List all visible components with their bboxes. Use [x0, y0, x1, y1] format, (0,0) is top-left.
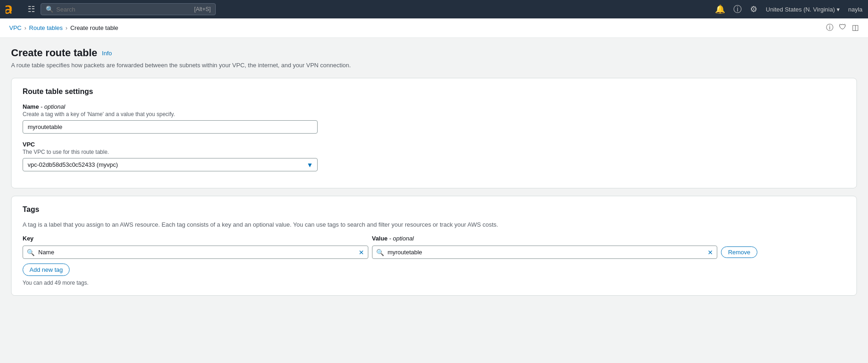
tag-value-wrapper: 🔍 ✕ — [372, 246, 718, 259]
tags-header: Key Value - optional — [23, 234, 845, 242]
name-input[interactable] — [23, 120, 318, 134]
search-bar[interactable]: 🔍 [Alt+S] — [41, 3, 216, 15]
name-hint: Create a tag with a key of 'Name' and a … — [23, 111, 845, 117]
add-new-tag-button[interactable]: Add new tag — [23, 263, 70, 276]
notifications-icon[interactable]: 🔔 — [715, 4, 725, 14]
breadcrumb-current: Create route table — [70, 24, 118, 31]
page-title-row: Create route table Info — [11, 47, 857, 59]
name-field-group: Name - optional Create a tag with a key … — [23, 103, 845, 134]
search-input[interactable] — [56, 6, 194, 13]
info-link[interactable]: Info — [102, 50, 112, 57]
tag-value-search-icon: 🔍 — [372, 249, 388, 256]
key-col-label: Key — [23, 235, 34, 242]
breadcrumb-chevron-1: › — [24, 24, 26, 31]
info-circle-icon[interactable]: ⓘ — [826, 23, 833, 33]
search-icon: 🔍 — [46, 6, 53, 13]
search-shortcut: [Alt+S] — [194, 6, 211, 12]
route-table-settings-card: Route table settings Name - optional Cre… — [11, 78, 857, 188]
vpc-hint: The VPC to use for this route table. — [23, 149, 845, 155]
help-icon[interactable]: ⓘ — [733, 4, 742, 15]
remove-tag-button[interactable]: Remove — [721, 246, 757, 258]
vpc-select[interactable]: vpc-02db58d53c0c52433 (myvpc) — [23, 158, 318, 171]
breadcrumb-vpc[interactable]: VPC — [9, 24, 22, 31]
vpc-field-group: VPC The VPC to use for this route table.… — [23, 141, 845, 171]
tags-description: A tag is a label that you assign to an A… — [23, 221, 845, 228]
tag-value-clear-button[interactable]: ✕ — [704, 249, 717, 256]
tag-key-clear-button[interactable]: ✕ — [355, 249, 368, 256]
user-menu[interactable]: nayla — [848, 6, 862, 13]
breadcrumb-route-tables[interactable]: Route tables — [29, 24, 63, 31]
breadcrumb-chevron-2: › — [65, 24, 67, 31]
tag-key-search-icon: 🔍 — [23, 249, 38, 256]
tags-card: Tags A tag is a label that you assign to… — [11, 196, 857, 296]
page-title: Create route table — [11, 47, 97, 59]
page-description: A route table specifies how packets are … — [11, 62, 857, 69]
value-col-label: Value - optional — [372, 235, 414, 242]
aws-logo[interactable] — [6, 4, 22, 14]
shield-icon[interactable]: 🛡 — [839, 23, 846, 33]
tag-key-input[interactable] — [38, 246, 355, 258]
settings-icon[interactable]: ⚙ — [750, 4, 757, 14]
name-label: Name - optional — [23, 103, 845, 110]
tag-row: 🔍 ✕ 🔍 ✕ Remove — [23, 246, 845, 259]
top-navigation: ☷ 🔍 [Alt+S] 🔔 ⓘ ⚙ United States (N. Virg… — [0, 0, 868, 18]
nav-right-icons: 🔔 ⓘ ⚙ United States (N. Virginia) ▾ nayl… — [715, 4, 862, 15]
grid-icon[interactable]: ☷ — [28, 4, 35, 14]
tag-key-wrapper: 🔍 ✕ — [23, 246, 368, 259]
settings-section-title: Route table settings — [23, 88, 845, 96]
vpc-select-wrapper: vpc-02db58d53c0c52433 (myvpc) ▼ — [23, 158, 318, 171]
tag-value-input[interactable] — [388, 246, 704, 258]
region-selector[interactable]: United States (N. Virginia) ▾ — [766, 6, 840, 13]
tags-limit-note: You can add 49 more tags. — [23, 280, 845, 286]
breadcrumb-bar: VPC › Route tables › Create route table … — [0, 18, 868, 38]
main-content: Create route table Info A route table sp… — [0, 38, 868, 362]
vpc-label: VPC — [23, 141, 845, 148]
breadcrumb-right-icons: ⓘ 🛡 ◫ — [826, 23, 859, 33]
layout-icon[interactable]: ◫ — [852, 23, 859, 33]
tags-section-title: Tags — [23, 205, 845, 214]
